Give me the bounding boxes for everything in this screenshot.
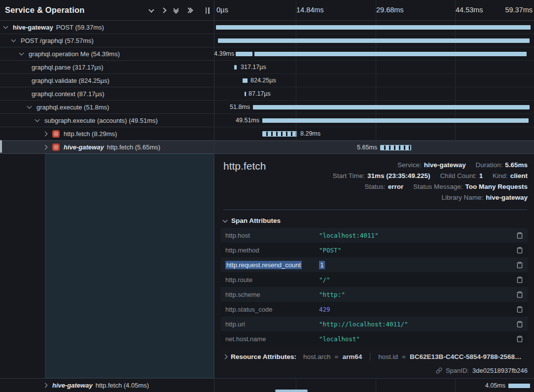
span-bar-row[interactable]: 317.17µs [214, 61, 534, 74]
copy-icon[interactable] [516, 291, 523, 298]
span-detail-panel: http.fetch Service:hive-gateway Duration… [214, 154, 534, 378]
copy-icon[interactable] [516, 321, 523, 328]
attribute-key: net.host.name [225, 335, 319, 343]
attribute-value: 429 [319, 306, 516, 313]
copy-icon[interactable] [516, 261, 523, 269]
header-toolbar [149, 0, 210, 21]
meta-line: Library Name:hive-gateway [333, 192, 528, 203]
service-name: hive-gateway [64, 143, 104, 151]
span-bar-row[interactable]: 51.8ms [214, 101, 534, 114]
tree-row[interactable]: subgraph.execute (accounts) (49.51ms) [0, 114, 214, 127]
chevron-down-icon[interactable] [3, 24, 8, 29]
bottom-span-bar-row[interactable]: 4.05ms [214, 378, 534, 392]
service-name: hive-gateway [52, 382, 93, 389]
selected-span-region [45, 154, 214, 378]
copy-icon[interactable] [516, 335, 523, 343]
horizontal-scrollbar-thumb[interactable] [275, 390, 308, 392]
duration-bar-error [380, 145, 411, 150]
duration-bar [245, 92, 246, 96]
expand-one-icon[interactable] [161, 7, 166, 13]
duration-bar [236, 52, 252, 56]
collapse-all-icon[interactable] [174, 8, 178, 13]
span-label: graphql.context (87.17µs) [32, 90, 105, 98]
duration-bar [254, 52, 527, 56]
attribute-key: http.route [225, 276, 319, 284]
span-bar-row-selected[interactable]: 5.65ms [214, 141, 534, 154]
meta-line: Status:error Status Message:Too Many Req… [333, 181, 528, 192]
tree-row[interactable]: graphql.execute (51.8ms) [0, 101, 214, 114]
service-name: hive-gateway [13, 24, 53, 31]
tree-row[interactable]: graphql.parse (317.17µs) [0, 61, 214, 74]
attribute-row: http.method "POST" [221, 243, 528, 257]
duration-label: 8.29ms [300, 130, 320, 137]
resource-value: arm64 [342, 353, 362, 360]
copy-icon[interactable] [516, 232, 523, 239]
chevron-right-icon[interactable] [43, 145, 48, 150]
attribute-row: http.scheme "http:" [221, 287, 528, 302]
time-tick: 29.68ms [376, 6, 404, 14]
duration-bar [218, 38, 530, 43]
duration-label: 54.39ms [214, 50, 234, 57]
span-bar-row[interactable] [214, 21, 534, 34]
resource-value: BC62E13B-C4CC-5854-9788-2568… [410, 353, 522, 360]
panel-resize-handle[interactable] [205, 7, 210, 14]
tree-row-selected[interactable]: hive-gateway http.fetch (5.65ms) [0, 141, 214, 154]
attribute-value: "localhost" [319, 335, 516, 343]
duration-label: 5.65ms [357, 144, 377, 151]
duration-label: 49.51ms [236, 117, 259, 124]
span-bar-row[interactable]: 87.17µs [214, 87, 534, 101]
tree-row[interactable]: http.fetch (8.29ms) [0, 127, 214, 141]
copy-icon[interactable] [516, 276, 523, 284]
tree-row[interactable]: hive-gateway http.fetch (4.05ms) [0, 378, 214, 392]
span-bar-row[interactable]: 54.39ms [214, 47, 534, 61]
attribute-value: "POST" [319, 247, 516, 254]
meta-line: Service:hive-gateway Duration:5.65ms [333, 160, 528, 171]
copy-icon[interactable] [516, 306, 523, 313]
timeline-gridline [455, 379, 456, 392]
span-bar-row[interactable]: 49.51ms [214, 114, 534, 127]
attribute-row: http.route "/" [221, 272, 528, 287]
resource-key: host.arch [303, 353, 331, 360]
resource-attributes-row[interactable]: Resource Attributes: host.arch = arm64 h… [223, 353, 528, 360]
tree-row[interactable]: hive-gateway POST (59.37ms) [0, 21, 214, 34]
time-tick: 14.84ms [296, 6, 324, 14]
tree-row[interactable]: graphql.validate (824.25µs) [0, 74, 214, 87]
attribute-row: http.url "http://localhost:4011/" [221, 317, 528, 331]
service-operation-panel: Service & Operation hive-gateway POST (5… [0, 0, 214, 392]
span-bar-row[interactable] [214, 34, 534, 47]
chevron-right-icon [223, 355, 227, 359]
divider [370, 353, 370, 360]
tree-row[interactable]: POST /graphql (57.57ms) [0, 34, 214, 47]
attribute-value: 1 [319, 261, 516, 269]
span-bar-row[interactable]: 8.29ms [214, 127, 534, 141]
duration-bar [234, 65, 237, 70]
attribute-key: http.method [225, 247, 319, 254]
attribute-row: http.status_code 429 [221, 302, 528, 317]
link-icon[interactable] [436, 367, 442, 374]
span-bar-row[interactable]: 824.25µs [214, 74, 534, 87]
duration-bar-error [262, 131, 297, 137]
duration-bar [216, 25, 531, 30]
span-label: graphql.operation Me (54.39ms) [29, 50, 120, 58]
attribute-row: http.host "localhost:4011" [221, 228, 528, 243]
tree-row[interactable]: graphql.context (87.17µs) [0, 87, 214, 101]
meta-line: Start Time:31ms (23:35:49.225) Child Cou… [333, 171, 528, 181]
copy-icon[interactable] [516, 247, 523, 254]
chevron-right-icon[interactable] [43, 131, 48, 136]
duration-bar [508, 384, 530, 388]
chevron-down-icon[interactable] [27, 104, 32, 109]
attribute-key: http.url [225, 321, 319, 328]
divider [223, 210, 528, 210]
collapse-one-icon[interactable] [148, 7, 154, 12]
span-label: subgraph.execute (accounts) (49.51ms) [44, 117, 158, 124]
span-label: http.fetch (4.05ms) [96, 382, 149, 389]
span-attributes-header[interactable]: Span Attributes [223, 217, 281, 224]
chevron-right-icon[interactable] [43, 383, 48, 388]
vertical-scrollbar-thumb[interactable] [0, 140, 2, 153]
timeline-ruler: 0µs 14.84ms 29.68ms 44.53ms 59.37ms [214, 0, 534, 21]
expand-all-icon[interactable] [186, 8, 192, 12]
tree-row[interactable]: graphql.operation Me (54.39ms) [0, 47, 214, 61]
chevron-down-icon[interactable] [11, 37, 16, 42]
chevron-down-icon[interactable] [35, 117, 40, 122]
chevron-down-icon[interactable] [19, 51, 24, 56]
